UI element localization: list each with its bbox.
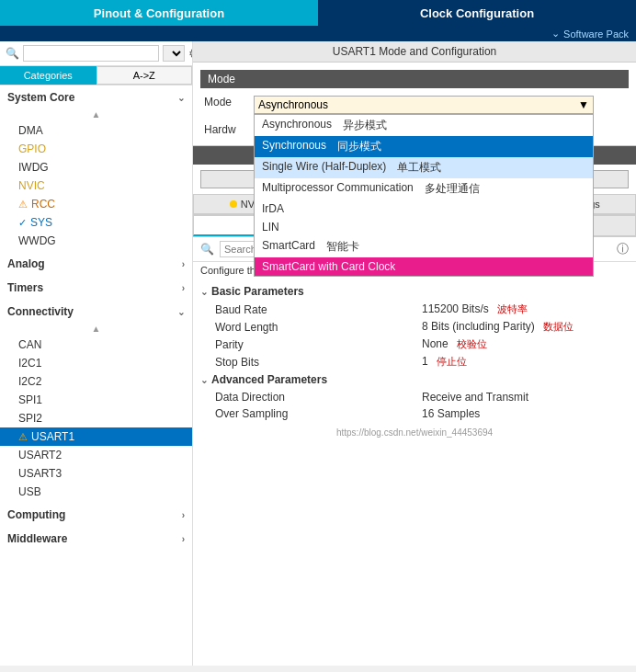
content-area: USART1 Mode and Configuration Mode Mode … [193,41,636,666]
chevron-down-icon: ⌄ [177,307,185,317]
chevron-down-icon: ⌄ [200,287,208,297]
sidebar-item-gpio[interactable]: GPIO [0,140,192,158]
section-connectivity: Connectivity ⌄ ▲ CAN I2C1 I2C2 SPI1 SPI2… [0,300,192,503]
sidebar-item-can[interactable]: CAN [0,336,192,354]
scroll-up-arrow-conn[interactable]: ▲ [0,322,192,336]
tab-atoz[interactable]: A->Z [97,66,193,85]
section-connectivity-header[interactable]: Connectivity ⌄ [0,302,192,322]
section-timers: Timers › [0,276,192,300]
sidebar: 🔍 ⚙ Categories A->Z System Core ⌄ ▲ D [0,41,193,666]
sidebar-item-iwdg[interactable]: IWDG [0,158,192,177]
mode-select[interactable]: Asynchronous ▼ [254,96,594,114]
mode-dropdown-container: Asynchronous ▼ Asynchronous 异步模式 Synchro… [254,96,594,114]
sidebar-item-wwdg[interactable]: WWDG [0,232,192,250]
dropdown-item-single-wire[interactable]: Single Wire (Half-Duplex) 单工模式 [255,157,593,178]
sidebar-item-i2c2[interactable]: I2C2 [0,372,192,391]
search-icon-config: 🔍 [200,243,214,256]
dropdown-item-smartcard[interactable]: SmartCard 智能卡 [255,236,593,257]
section-analog: Analog › [0,252,192,276]
mode-section-header: Mode [200,70,629,88]
basic-params-header[interactable]: ⌄ Basic Parameters [200,282,629,301]
mode-dropdown-list: Asynchronous 异步模式 Synchronous 同步模式 Singl… [254,114,594,277]
watermark: https://blog.csdn.net/weixin_44453694 [193,426,636,439]
section-middleware-header[interactable]: Middleware › [0,529,192,549]
mode-section: Mode Mode Asynchronous ▼ Asynchronous 异步… [193,63,636,146]
sidebar-item-nvic[interactable]: NVIC [0,177,192,195]
chevron-right-icon: › [182,259,185,269]
clock-config-label: Clock Configuration [420,6,534,20]
chevron-down-icon: ⌄ [200,375,208,385]
content-title: USART1 Mode and Configuration [193,41,636,63]
sidebar-search-row: 🔍 ⚙ [0,41,192,66]
chevron-down-icon: ▼ [578,98,589,111]
dropdown-item-multiprocessor[interactable]: Multiprocessor Communication 多处理通信 [255,178,593,199]
dot-nvic [230,200,237,208]
search-icon: 🔍 [6,47,19,60]
sidebar-item-sys[interactable]: ✓ SYS [0,213,192,232]
section-system-core-header[interactable]: System Core ⌄ [0,87,192,108]
warning-icon-usart1: ⚠ [18,431,28,443]
param-row-baud: Baud Rate 115200 Bits/s 波特率 [200,301,629,318]
section-computing: Computing › [0,503,192,527]
hardware-label: Hardw [204,120,250,136]
pinout-config-tab[interactable]: Pinout & Configuration [0,0,318,26]
param-row-parity: Parity None 校验位 [200,336,629,353]
sidebar-search-input[interactable] [23,45,159,62]
section-analog-header[interactable]: Analog › [0,254,192,274]
dropdown-item-irda[interactable]: IrDA [255,199,593,218]
dropdown-item-async[interactable]: Asynchronous 异步模式 [255,115,593,136]
clock-config-tab[interactable]: Clock Configuration [318,0,636,26]
dropdown-item-sync[interactable]: Synchronous 同步模式 [255,136,593,157]
section-timers-header[interactable]: Timers › [0,278,192,298]
sidebar-item-dma[interactable]: DMA [0,121,192,140]
section-system-core: System Core ⌄ ▲ DMA GPIO IWDG NVIC ⚠ RCC… [0,85,192,252]
dropdown-item-lin[interactable]: LIN [255,218,593,236]
param-row-stop-bits: Stop Bits 1 停止位 [200,353,629,370]
sidebar-item-spi1[interactable]: SPI1 [0,391,192,409]
pinout-config-label: Pinout & Configuration [94,6,224,20]
chevron-right-icon: › [182,534,185,544]
param-row-data-direction: Data Direction Receive and Transmit [200,389,629,405]
chevron-right-icon: › [182,510,185,520]
mode-label: Mode [204,96,250,108]
sidebar-tabs: Categories A->Z [0,66,192,85]
sidebar-item-usart3[interactable]: USART3 [0,464,192,483]
dropdown-item-smartcard-clock[interactable]: SmartCard with Card Clock [255,257,593,276]
param-row-word-length: Word Length 8 Bits (including Parity) 数据… [200,318,629,336]
param-row-over-sampling: Over Sampling 16 Samples [200,405,629,422]
section-computing-header[interactable]: Computing › [0,505,192,525]
scroll-up-arrow[interactable]: ▲ [0,108,192,121]
check-icon: ✓ [18,217,27,229]
chevron-down-icon: ⌄ [551,28,560,40]
section-middleware: Middleware › [0,527,192,551]
sidebar-item-spi2[interactable]: SPI2 [0,409,192,427]
chevron-right-icon: › [182,283,185,293]
tab-categories[interactable]: Categories [0,66,97,85]
sidebar-item-usb[interactable]: USB [0,483,192,501]
param-section: ⌄ Basic Parameters Baud Rate 115200 Bits… [193,279,636,426]
mode-row: Mode Asynchronous ▼ Asynchronous 异步模式 [200,94,629,116]
sidebar-item-usart1[interactable]: ⚠ USART1 [0,427,192,446]
sidebar-search-select[interactable] [163,45,185,62]
software-pack-bar: ⌄ Software Pack [0,26,636,41]
sidebar-item-rcc[interactable]: ⚠ RCC [0,195,192,213]
info-icon: ⓘ [617,241,629,257]
warning-icon: ⚠ [18,199,28,211]
software-pack-label: Software Pack [563,28,629,40]
advanced-params-header[interactable]: ⌄ Advanced Parameters [200,370,629,389]
sidebar-item-i2c1[interactable]: I2C1 [0,354,192,372]
sidebar-item-usart2[interactable]: USART2 [0,446,192,464]
chevron-down-icon: ⌄ [177,93,185,103]
